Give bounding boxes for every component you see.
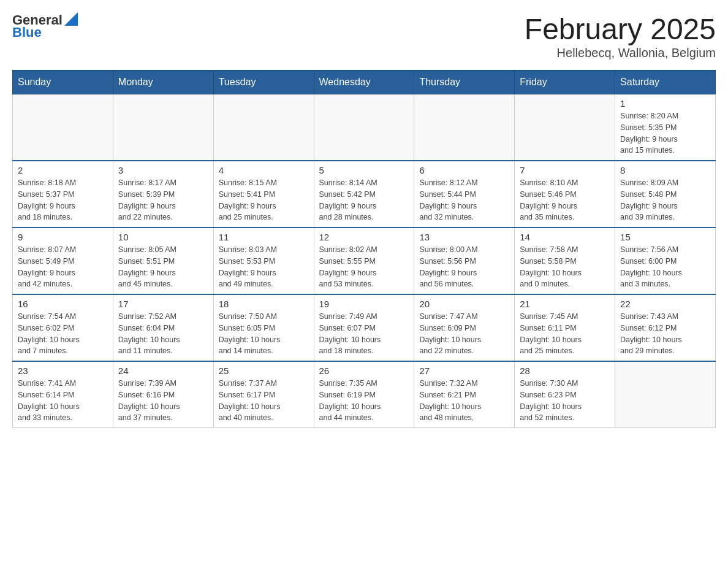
day-number: 3 [118,165,208,175]
table-row: 6Sunrise: 8:12 AM Sunset: 5:44 PM Daylig… [414,161,515,228]
day-info: Sunrise: 7:35 AM Sunset: 6:19 PM Dayligh… [319,378,409,424]
day-info: Sunrise: 8:20 AM Sunset: 5:35 PM Dayligh… [620,110,710,156]
day-info: Sunrise: 7:43 AM Sunset: 6:12 PM Dayligh… [620,311,710,357]
weekday-header-row: Sunday Monday Tuesday Wednesday Thursday… [13,71,716,94]
table-row: 13Sunrise: 8:00 AM Sunset: 5:56 PM Dayli… [414,228,515,294]
day-number: 7 [520,165,610,175]
header-wednesday: Wednesday [314,71,414,94]
header-thursday: Thursday [414,71,515,94]
day-info: Sunrise: 8:15 AM Sunset: 5:41 PM Dayligh… [219,177,309,223]
day-info: Sunrise: 8:14 AM Sunset: 5:42 PM Dayligh… [319,177,409,223]
day-number: 24 [118,366,208,376]
day-number: 4 [219,165,309,175]
calendar-table: Sunday Monday Tuesday Wednesday Thursday… [12,70,716,428]
header-sunday: Sunday [13,71,113,94]
day-info: Sunrise: 7:56 AM Sunset: 6:00 PM Dayligh… [620,244,710,290]
day-info: Sunrise: 8:12 AM Sunset: 5:44 PM Dayligh… [419,177,509,223]
svg-marker-0 [64,12,78,26]
table-row: 18Sunrise: 7:50 AM Sunset: 6:05 PM Dayli… [213,294,314,361]
table-row: 2Sunrise: 8:18 AM Sunset: 5:37 PM Daylig… [13,161,113,228]
day-number: 2 [18,165,108,175]
day-info: Sunrise: 8:09 AM Sunset: 5:48 PM Dayligh… [620,177,710,223]
table-row: 28Sunrise: 7:30 AM Sunset: 6:23 PM Dayli… [515,361,615,428]
day-info: Sunrise: 7:32 AM Sunset: 6:21 PM Dayligh… [419,378,509,424]
table-row: 4Sunrise: 8:15 AM Sunset: 5:41 PM Daylig… [213,161,314,228]
day-info: Sunrise: 8:03 AM Sunset: 5:53 PM Dayligh… [219,244,309,290]
table-row: 9Sunrise: 8:07 AM Sunset: 5:49 PM Daylig… [13,228,113,294]
day-number: 17 [118,299,208,309]
day-number: 12 [319,232,409,242]
day-number: 27 [419,366,509,376]
day-number: 25 [219,366,309,376]
day-info: Sunrise: 7:45 AM Sunset: 6:11 PM Dayligh… [520,311,610,357]
day-number: 9 [18,232,108,242]
table-row [615,361,716,428]
table-row: 26Sunrise: 7:35 AM Sunset: 6:19 PM Dayli… [314,361,414,428]
logo-text-blue: Blue [12,25,42,40]
day-number: 15 [620,232,710,242]
day-number: 28 [520,366,610,376]
table-row: 22Sunrise: 7:43 AM Sunset: 6:12 PM Dayli… [615,294,716,361]
day-number: 20 [419,299,509,309]
table-row: 3Sunrise: 8:17 AM Sunset: 5:39 PM Daylig… [113,161,213,228]
table-row [414,94,515,161]
day-number: 21 [520,299,610,309]
table-row [515,94,615,161]
day-number: 19 [319,299,409,309]
table-row: 16Sunrise: 7:54 AM Sunset: 6:02 PM Dayli… [13,294,113,361]
day-info: Sunrise: 7:58 AM Sunset: 5:58 PM Dayligh… [520,244,610,290]
table-row: 12Sunrise: 8:02 AM Sunset: 5:55 PM Dayli… [314,228,414,294]
table-row [314,94,414,161]
day-number: 1 [620,98,710,109]
day-number: 10 [118,232,208,242]
day-number: 11 [219,232,309,242]
day-info: Sunrise: 8:02 AM Sunset: 5:55 PM Dayligh… [319,244,409,290]
day-number: 18 [219,299,309,309]
table-row: 1Sunrise: 8:20 AM Sunset: 5:35 PM Daylig… [615,94,716,161]
table-row [13,94,113,161]
day-number: 8 [620,165,710,175]
day-number: 5 [319,165,409,175]
day-info: Sunrise: 7:52 AM Sunset: 6:04 PM Dayligh… [118,311,208,357]
day-number: 13 [419,232,509,242]
table-row: 11Sunrise: 8:03 AM Sunset: 5:53 PM Dayli… [213,228,314,294]
day-info: Sunrise: 7:41 AM Sunset: 6:14 PM Dayligh… [18,378,108,424]
logo-icon [64,12,78,26]
table-row: 20Sunrise: 7:47 AM Sunset: 6:09 PM Dayli… [414,294,515,361]
table-row: 17Sunrise: 7:52 AM Sunset: 6:04 PM Dayli… [113,294,213,361]
calendar-week-row: 2Sunrise: 8:18 AM Sunset: 5:37 PM Daylig… [13,161,716,228]
day-number: 22 [620,299,710,309]
day-info: Sunrise: 8:05 AM Sunset: 5:51 PM Dayligh… [118,244,208,290]
calendar-week-row: 9Sunrise: 8:07 AM Sunset: 5:49 PM Daylig… [13,228,716,294]
table-row [113,94,213,161]
location: Hellebecq, Wallonia, Belgium [525,46,716,60]
day-info: Sunrise: 8:07 AM Sunset: 5:49 PM Dayligh… [18,244,108,290]
header-friday: Friday [515,71,615,94]
day-number: 16 [18,299,108,309]
table-row: 27Sunrise: 7:32 AM Sunset: 6:21 PM Dayli… [414,361,515,428]
day-info: Sunrise: 8:17 AM Sunset: 5:39 PM Dayligh… [118,177,208,223]
day-info: Sunrise: 7:37 AM Sunset: 6:17 PM Dayligh… [219,378,309,424]
calendar-week-row: 23Sunrise: 7:41 AM Sunset: 6:14 PM Dayli… [13,361,716,428]
day-info: Sunrise: 8:00 AM Sunset: 5:56 PM Dayligh… [419,244,509,290]
table-row: 15Sunrise: 7:56 AM Sunset: 6:00 PM Dayli… [615,228,716,294]
day-info: Sunrise: 7:54 AM Sunset: 6:02 PM Dayligh… [18,311,108,357]
day-info: Sunrise: 7:30 AM Sunset: 6:23 PM Dayligh… [520,378,610,424]
day-info: Sunrise: 7:39 AM Sunset: 6:16 PM Dayligh… [118,378,208,424]
month-title: February 2025 [525,12,716,46]
table-row: 8Sunrise: 8:09 AM Sunset: 5:48 PM Daylig… [615,161,716,228]
header-saturday: Saturday [615,71,716,94]
calendar-week-row: 1Sunrise: 8:20 AM Sunset: 5:35 PM Daylig… [13,94,716,161]
table-row: 23Sunrise: 7:41 AM Sunset: 6:14 PM Dayli… [13,361,113,428]
day-info: Sunrise: 7:50 AM Sunset: 6:05 PM Dayligh… [219,311,309,357]
day-number: 6 [419,165,509,175]
day-info: Sunrise: 8:10 AM Sunset: 5:46 PM Dayligh… [520,177,610,223]
day-info: Sunrise: 7:49 AM Sunset: 6:07 PM Dayligh… [319,311,409,357]
table-row: 14Sunrise: 7:58 AM Sunset: 5:58 PM Dayli… [515,228,615,294]
table-row: 24Sunrise: 7:39 AM Sunset: 6:16 PM Dayli… [113,361,213,428]
table-row: 25Sunrise: 7:37 AM Sunset: 6:17 PM Dayli… [213,361,314,428]
table-row: 5Sunrise: 8:14 AM Sunset: 5:42 PM Daylig… [314,161,414,228]
day-number: 23 [18,366,108,376]
day-number: 26 [319,366,409,376]
header-tuesday: Tuesday [213,71,314,94]
